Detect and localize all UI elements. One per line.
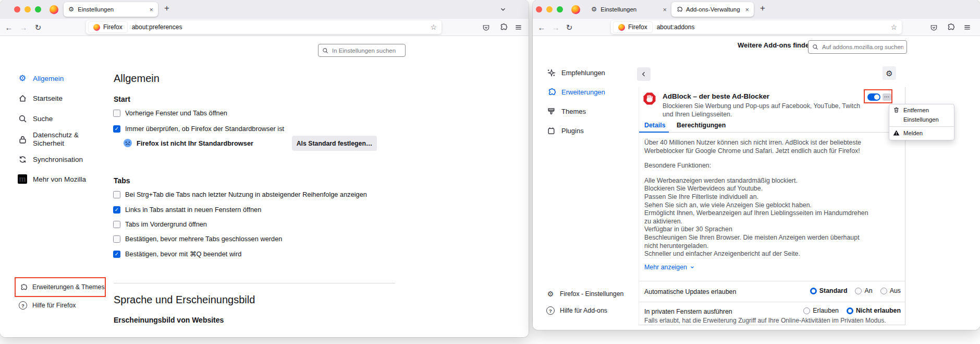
bookmark-star-icon[interactable] — [890, 23, 897, 31]
forward-button[interactable] — [549, 19, 562, 35]
menu-item-label: Einstellungen — [903, 116, 939, 123]
settings-search — [318, 44, 406, 57]
reload-button[interactable] — [562, 19, 576, 35]
search-icon — [18, 114, 27, 123]
sidebar-item-datenschutz[interactable]: Datenschutz & Sicherheit — [18, 131, 79, 148]
checkbox-row: Bestätigen, bevor mit ⌘Q beendet wird — [113, 250, 241, 258]
show-more-label: Mehr anzeigen — [644, 264, 687, 271]
checkbox-row: Vorherige Fenster und Tabs öffnen — [113, 109, 227, 117]
site-identity-chip: Firefox — [614, 22, 652, 32]
menu-item-einstellungen[interactable]: Einstellungen — [889, 115, 954, 124]
sidebar-item-allgemein[interactable]: Allgemein — [18, 72, 64, 85]
tab-einstellungen[interactable]: Einstellungen — [586, 2, 671, 17]
radio-option-nicht-erlauben[interactable]: Nicht erlauben — [847, 307, 901, 314]
bookmark-star-icon[interactable] — [430, 23, 437, 31]
app-menu-hamburger-icon[interactable] — [960, 19, 974, 35]
addons-tools-gear-button[interactable] — [883, 66, 896, 80]
sidebar-item-hilfe[interactable]: Hilfe für Firefox — [19, 300, 76, 311]
checkbox[interactable] — [113, 221, 120, 228]
minimize-window-button[interactable] — [546, 6, 553, 13]
sidebar-label: Synchronisation — [33, 156, 83, 163]
lock-icon — [18, 135, 27, 144]
language-section-heading: Sprache und Erscheinungsbild — [114, 294, 255, 306]
puzzle-icon — [546, 87, 556, 97]
checkbox-row: Links in Tabs anstatt in neuen Fenstern … — [113, 206, 261, 213]
chevron-left-icon — [641, 71, 647, 77]
radio-option-standard[interactable]: Standard — [810, 287, 848, 294]
sidebar-label: Hilfe für Add-ons — [560, 307, 607, 314]
back-to-list-button[interactable] — [637, 67, 651, 81]
checkbox[interactable] — [113, 125, 120, 133]
active-tab-underline — [639, 132, 669, 133]
sidebar-label: Allgemein — [33, 75, 64, 82]
radio-icon — [847, 307, 853, 314]
help-icon — [19, 301, 27, 310]
plugin-icon — [546, 126, 556, 135]
tab-close-icon[interactable] — [663, 6, 667, 13]
window-controls — [536, 6, 563, 13]
list-all-tabs-chevron-icon[interactable] — [499, 6, 507, 13]
radio-option-aus[interactable]: Aus — [880, 287, 901, 294]
checkbox[interactable] — [113, 191, 120, 198]
addon-enable-toggle[interactable] — [867, 93, 880, 101]
settings-search-input[interactable] — [318, 44, 406, 57]
addons-search-input[interactable] — [808, 40, 907, 54]
checkbox[interactable] — [113, 251, 120, 258]
close-window-button[interactable] — [536, 6, 542, 13]
menu-item-entfernen[interactable]: Entfernen — [889, 106, 954, 115]
tab-details[interactable]: Details — [644, 122, 666, 129]
sidebar-item-hilfe-addons[interactable]: Hilfe für Add-ons — [546, 305, 607, 316]
tab-addons-verwaltung[interactable]: Add-ons-Verwaltung — [671, 2, 754, 17]
back-button[interactable] — [535, 19, 548, 35]
url-bar[interactable]: Firefox about:addons — [611, 20, 902, 34]
sidebar-item-mehr-von-mozilla[interactable]: Mehr von Mozilla — [18, 173, 86, 185]
show-more-link[interactable]: Mehr anzeigen — [644, 264, 695, 271]
addon-more-options-button[interactable] — [883, 93, 891, 101]
zoom-window-button[interactable] — [35, 6, 41, 13]
sidebar-item-empfehlungen[interactable]: Empfehlungen — [546, 66, 605, 79]
addons-search — [808, 40, 907, 54]
paintbrush-icon — [546, 106, 556, 116]
checkbox[interactable] — [113, 235, 120, 243]
minimize-window-button[interactable] — [24, 6, 31, 13]
extensions-puzzle-icon[interactable] — [944, 19, 957, 35]
sidebar-item-plugins[interactable]: Plugins — [546, 124, 584, 137]
tab-label: Add-ons-Verwaltung — [686, 6, 740, 13]
private-windows-label: In privaten Fenstern ausführen — [644, 308, 732, 315]
description-paragraph: Über 40 Millionen Nutzer können sich nic… — [644, 139, 872, 155]
checkbox[interactable] — [113, 110, 120, 117]
set-default-button[interactable]: Als Standard festlegen… — [292, 136, 377, 151]
tab-close-icon[interactable] — [745, 6, 749, 13]
sidebar-item-synchronisation[interactable]: Synchronisation — [18, 153, 83, 165]
search-icon — [812, 44, 818, 50]
radio-option-an[interactable]: An — [855, 287, 872, 294]
checkbox[interactable] — [113, 206, 120, 213]
menu-item-melden[interactable]: Melden — [889, 129, 954, 138]
extensions-puzzle-icon[interactable] — [496, 19, 510, 35]
app-menu-hamburger-icon[interactable] — [511, 19, 525, 35]
close-window-button[interactable] — [14, 6, 20, 13]
pocket-icon[interactable] — [479, 19, 493, 35]
tabs-section-heading: Tabs — [114, 176, 130, 185]
back-button[interactable] — [2, 19, 16, 35]
private-windows-row: In privaten Fenstern ausführen Erlauben … — [639, 302, 905, 325]
sidebar-item-suche[interactable]: Suche — [18, 112, 53, 125]
sidebar-item-erweiterungen[interactable]: Erweiterungen — [546, 86, 605, 98]
url-bar[interactable]: Firefox about:preferences — [86, 20, 442, 34]
sidebar-item-erweiterungen-themes[interactable]: Erweiterungen & Themes — [19, 282, 105, 292]
tab-einstellungen[interactable]: Einstellungen — [64, 2, 158, 17]
sidebar-item-startseite[interactable]: Startseite — [18, 92, 63, 104]
default-browser-status: Firefox ist nicht Ihr Standardbrowser — [123, 138, 253, 148]
radio-option-erlauben[interactable]: Erlauben — [803, 307, 839, 314]
tab-berechtigungen[interactable]: Berechtigungen — [677, 122, 726, 129]
new-tab-button[interactable] — [760, 4, 765, 13]
zoom-window-button[interactable] — [557, 6, 563, 13]
sidebar-item-themes[interactable]: Themes — [546, 105, 586, 117]
pocket-icon[interactable] — [927, 19, 940, 35]
sidebar-item-firefox-einstellungen[interactable]: Firefox - Einstellungen — [546, 289, 623, 299]
checkbox-label: Links in Tabs anstatt in neuen Fenstern … — [125, 206, 261, 213]
reload-button[interactable] — [31, 19, 45, 35]
new-tab-button[interactable] — [164, 4, 169, 13]
forward-button[interactable] — [17, 19, 30, 35]
tab-close-icon[interactable] — [149, 6, 153, 13]
